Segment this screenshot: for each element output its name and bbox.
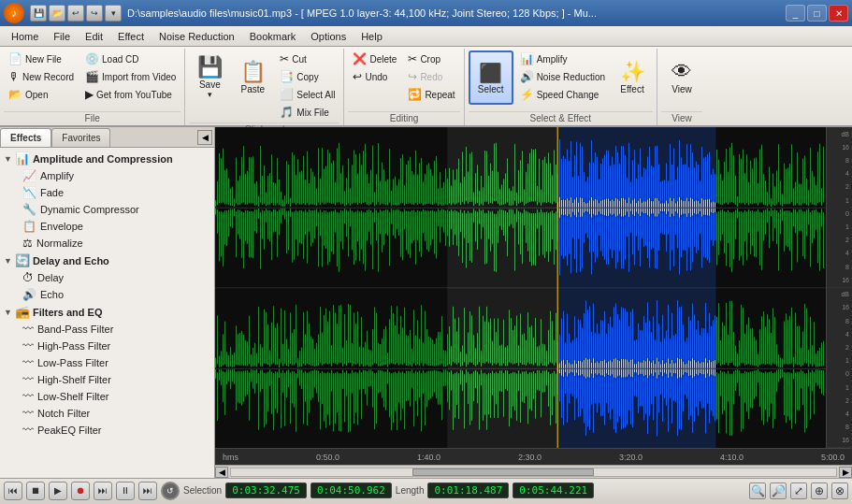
tb-btn-2[interactable]: 📂 bbox=[49, 5, 65, 22]
transport-stop[interactable]: ⏹ bbox=[26, 482, 45, 500]
maximize-button[interactable]: □ bbox=[807, 5, 827, 22]
transport-skip-back[interactable]: ⏮ bbox=[4, 482, 22, 500]
loop-button[interactable]: ↺ bbox=[161, 482, 180, 500]
transport-play[interactable]: ▶ bbox=[49, 482, 67, 500]
import-video-button[interactable]: 🎬 Import from Video bbox=[80, 68, 181, 85]
db-section-bottom: dB 16 8 4 2 1 0 1 2 4 8 16 bbox=[827, 288, 852, 449]
tree-item-high-pass[interactable]: 〰 High-Pass Filter bbox=[0, 338, 214, 354]
menu-item-home[interactable]: Home bbox=[4, 29, 46, 44]
select-all-button[interactable]: ⬜ Select All bbox=[275, 86, 339, 103]
scroll-left-btn[interactable]: ◀ bbox=[215, 467, 228, 478]
minimize-button[interactable]: _ bbox=[786, 5, 805, 22]
amplify-tree-icon: 📈 bbox=[22, 169, 36, 182]
new-record-button[interactable]: 🎙 New Record bbox=[4, 68, 79, 85]
tree-item-low-pass[interactable]: 〰 Low-Pass Filter bbox=[0, 354, 214, 371]
zoom-fit-btn[interactable]: ⤢ bbox=[790, 482, 807, 499]
load-cd-button[interactable]: 💿 Load CD bbox=[80, 50, 181, 67]
selection-end-field: 0:04:50.962 bbox=[310, 482, 392, 498]
select-all-icon: ⬜ bbox=[280, 88, 294, 101]
crop-icon: ✂ bbox=[408, 52, 417, 65]
timeline-labels: hms 0:50.0 1:40.0 2:30.0 3:20.0 4:10.0 5… bbox=[219, 453, 848, 462]
scroll-right-btn[interactable]: ▶ bbox=[839, 467, 852, 478]
noise-reduction-icon: 🔊 bbox=[520, 70, 534, 83]
select-button[interactable]: ⬛ Select bbox=[469, 50, 513, 105]
transport-next[interactable]: ⏭ bbox=[138, 482, 157, 500]
save-icon: 💾 bbox=[197, 57, 223, 78]
tb-btn-3[interactable]: ↩ bbox=[67, 5, 84, 22]
menu-item-help[interactable]: Help bbox=[354, 29, 390, 44]
mix-file-button[interactable]: 🎵 Mix File bbox=[275, 104, 339, 121]
menu-item-file[interactable]: File bbox=[46, 29, 78, 44]
panel-tabs: Effects Favorites ◀ bbox=[0, 127, 214, 148]
tree-group-filters-eq[interactable]: ▼ 📻 Filters and EQ bbox=[0, 303, 214, 321]
transport-skip-fwd[interactable]: ⏭ bbox=[94, 482, 112, 500]
scrollbar-track[interactable] bbox=[230, 468, 837, 477]
title-bar: ♪ 💾 📂 ↩ ↪ ▾ D:\samples\audio files\music… bbox=[0, 0, 852, 26]
file-group-label: File bbox=[4, 111, 181, 125]
tree-group-delay-echo[interactable]: ▼ 🔄 Delay and Echo bbox=[0, 252, 214, 269]
noise-reduction-button[interactable]: 🔊 Noise Reduction bbox=[515, 68, 610, 85]
tree-item-delay[interactable]: ⏱ Delay bbox=[0, 269, 214, 286]
tree-item-peakeq[interactable]: 〰 PeakEQ Filter bbox=[0, 422, 214, 439]
transport-pause[interactable]: ⏸ bbox=[116, 482, 135, 500]
transport-record[interactable]: ⏺ bbox=[71, 482, 90, 500]
repeat-button[interactable]: 🔁 Repeat bbox=[403, 86, 459, 103]
effect-icon: ✨ bbox=[620, 62, 645, 82]
effects-tab[interactable]: Effects bbox=[0, 128, 51, 147]
tree-item-normalize[interactable]: ⚖ Normalize bbox=[0, 235, 214, 252]
editing-group-label: Editing bbox=[348, 111, 459, 125]
menu-item-options[interactable]: Options bbox=[303, 29, 354, 44]
tree-item-envelope[interactable]: 📋 Envelope bbox=[0, 218, 214, 235]
close-button[interactable]: ✕ bbox=[829, 5, 848, 22]
ribbon-group-clipboard: 💾 Save ▾ 📋 Paste ✂ Cut 📑 Copy ⬜ bbox=[185, 49, 344, 125]
redo-button[interactable]: ↪ Redo bbox=[403, 68, 459, 85]
waveform-canvas[interactable] bbox=[215, 127, 826, 448]
tree-group-amplitude[interactable]: ▼ 📊 Amplitude and Compression bbox=[0, 150, 214, 167]
tree-item-echo[interactable]: 🔊 Echo bbox=[0, 286, 214, 303]
menu-item-noise-reduction[interactable]: Noise Reduction bbox=[152, 29, 242, 44]
app-logo: ♪ bbox=[4, 3, 24, 23]
save-button[interactable]: 💾 Save ▾ bbox=[189, 50, 230, 105]
open-button[interactable]: 📂 Open bbox=[4, 86, 79, 103]
get-youtube-button[interactable]: ▶ Get from YouTube bbox=[80, 86, 181, 103]
tb-btn-4[interactable]: ↪ bbox=[86, 5, 103, 22]
mix-file-icon: 🎵 bbox=[280, 106, 294, 119]
tree-item-fade[interactable]: 📉 Fade bbox=[0, 184, 214, 201]
tb-btn-1[interactable]: 💾 bbox=[30, 5, 47, 22]
view-button[interactable]: 👁 View bbox=[661, 50, 702, 105]
horizontal-scrollbar[interactable]: ◀ ▶ bbox=[215, 465, 852, 478]
cut-button[interactable]: ✂ Cut bbox=[275, 50, 339, 67]
delay-echo-icon: 🔄 bbox=[15, 253, 30, 267]
tree-item-amplify[interactable]: 📈 Amplify bbox=[0, 167, 214, 184]
dynamic-compressor-icon: 🔧 bbox=[22, 203, 36, 216]
menu-item-edit[interactable]: Edit bbox=[78, 29, 110, 44]
zoom-out-btn[interactable]: 🔍 bbox=[749, 482, 766, 499]
tree-item-notch[interactable]: 〰 Notch Filter bbox=[0, 405, 214, 422]
menu-item-effect[interactable]: Effect bbox=[110, 29, 152, 44]
copy-button[interactable]: 📑 Copy bbox=[275, 68, 339, 85]
scrollbar-thumb[interactable] bbox=[412, 468, 594, 476]
delete-button[interactable]: ❌ Delete bbox=[348, 50, 401, 67]
effects-panel: Effects Favorites ◀ ▼ 📊 Amplitude and Co… bbox=[0, 127, 215, 478]
favorites-tab[interactable]: Favorites bbox=[51, 128, 110, 147]
tree-item-high-shelf[interactable]: 〰 High-Shelf Filter bbox=[0, 371, 214, 388]
undo-button[interactable]: ↩ Undo bbox=[348, 68, 401, 85]
menu-item-bookmark[interactable]: Bookmark bbox=[242, 29, 304, 44]
zoom-sel-btn[interactable]: ⊕ bbox=[811, 482, 828, 499]
tree-item-low-shelf[interactable]: 〰 Low-Shelf Filter bbox=[0, 388, 214, 405]
crop-button[interactable]: ✂ Crop bbox=[403, 50, 459, 67]
new-file-button[interactable]: 📄 New File bbox=[4, 50, 79, 67]
speed-change-button[interactable]: ⚡ Speed Change bbox=[515, 86, 610, 103]
tree-item-band-pass[interactable]: 〰 Band-Pass Filter bbox=[0, 321, 214, 338]
tb-dropdown[interactable]: ▾ bbox=[105, 5, 122, 22]
redo-icon: ↪ bbox=[408, 70, 417, 83]
zoom-in-btn[interactable]: 🔎 bbox=[770, 482, 787, 499]
paste-button[interactable]: 📋 Paste bbox=[232, 50, 273, 105]
panel-nav-btn[interactable]: ◀ bbox=[197, 130, 212, 145]
zoom-extra-btn[interactable]: ⊗ bbox=[831, 482, 848, 499]
tree-item-dynamic-compressor[interactable]: 🔧 Dynamic Compressor bbox=[0, 201, 214, 218]
peakeq-icon: 〰 bbox=[22, 424, 34, 437]
effects-tree: ▼ 📊 Amplitude and Compression 📈 Amplify … bbox=[0, 148, 214, 478]
amplify-button[interactable]: 📊 Amplify bbox=[515, 50, 610, 67]
effect-button[interactable]: ✨ Effect bbox=[612, 50, 653, 105]
